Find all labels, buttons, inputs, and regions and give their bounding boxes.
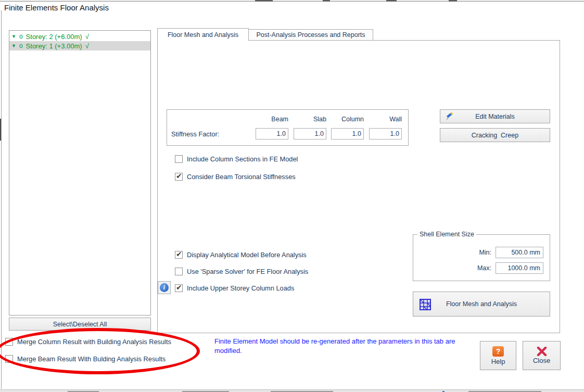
floor-mesh-and-analysis-label: Floor Mesh and Analysis	[446, 300, 517, 308]
beam-torsional-stiffness-row: Consider Beam Torsional Stiffnesses	[175, 173, 296, 181]
check-mark-icon: √	[85, 33, 89, 41]
dialog-left-border	[1, 10, 2, 389]
merge-column-result-row: Merge Column Result with Building Analys…	[5, 338, 171, 346]
display-analytical-model-checkbox[interactable]	[175, 251, 183, 259]
shell-min-label: Min:	[479, 249, 491, 256]
stiffness-slab-input[interactable]	[294, 128, 326, 140]
merge-beam-result-label: Merge Beam Result With Bulding Analysis …	[17, 355, 166, 363]
regenerate-note: Finite Element Model should be re-genera…	[214, 337, 483, 355]
storey-list: ▼ o Storey: 2 (+6.00m) √ ▼ o Storey: 1 (…	[9, 30, 151, 315]
stiffness-col-column: Column	[331, 116, 364, 123]
close-button[interactable]: Close	[523, 341, 561, 370]
expander-icon[interactable]: ▼	[11, 34, 16, 39]
help-button[interactable]: ? Help	[480, 341, 516, 370]
edit-materials-button[interactable]: Edit Materials	[440, 109, 550, 123]
stiffness-factor-label: Stiffness Factor:	[171, 130, 219, 138]
storey-item-1[interactable]: ▼ o Storey: 1 (+3.00m) √	[9, 41, 150, 50]
shell-element-size-group: Shell Element Size Min: Max:	[413, 234, 550, 281]
storey-item-2[interactable]: ▼ o Storey: 2 (+6.00m) √	[9, 32, 150, 41]
background-remnant	[255, 0, 273, 2]
check-mark-icon: √	[85, 42, 89, 50]
expander-icon[interactable]: ▼	[11, 44, 16, 48]
storey-bullet-icon: o	[19, 33, 23, 40]
background-remnant	[0, 119, 1, 141]
sparse-solver-checkbox[interactable]	[175, 268, 183, 275]
select-deselect-all-button[interactable]: Select\Deselect All	[9, 318, 151, 331]
include-column-sections-checkbox[interactable]	[175, 155, 183, 163]
merge-column-result-label: Merge Column Result with Building Analys…	[17, 338, 171, 346]
background-remnant	[386, 0, 397, 2]
floor-mesh-and-analysis-button[interactable]: Floor Mesh and Analysis	[413, 292, 550, 317]
upper-storey-loads-label: Include Upper Storey Column Loads	[187, 284, 294, 292]
tab-floor-mesh-and-analysis[interactable]: Floor Mesh and Analysis	[157, 28, 249, 41]
stiffness-wall-input[interactable]	[369, 128, 402, 140]
upper-storey-loads-checkbox[interactable]	[175, 284, 183, 292]
stiffness-col-beam: Beam	[256, 116, 288, 123]
stiffness-col-slab: Slab	[294, 116, 326, 123]
shell-max-row: Max:	[477, 262, 543, 274]
shell-min-row: Min:	[479, 247, 543, 258]
background-app-top-sliver	[0, 0, 584, 2]
pencil-icon	[446, 112, 455, 121]
upper-storey-loads-row: Include Upper Storey Column Loads	[175, 284, 294, 292]
stiffness-factor-group: Beam Slab Column Wall Stiffness Factor:	[167, 109, 409, 146]
shell-min-input[interactable]	[496, 247, 543, 258]
beam-torsional-stiffness-label: Consider Beam Torsional Stiffnesses	[187, 173, 296, 181]
include-column-sections-row: Include Column Sections in FE Model	[175, 155, 298, 163]
edit-materials-label: Edit Materials	[475, 113, 515, 120]
storey-bullet-icon: o	[19, 43, 23, 49]
dialog-title: Finite Elements Floor Analysis	[4, 3, 109, 12]
background-app-bottom-sliver	[0, 389, 584, 392]
display-analytical-model-row: Display Analytical Model Before Analysis	[175, 251, 307, 259]
stiffness-beam-input[interactable]	[256, 128, 288, 140]
storey-label[interactable]: Storey: 1 (+3.00m)	[26, 42, 82, 50]
stiffness-column-input[interactable]	[331, 128, 364, 140]
merge-column-result-checkbox[interactable]	[5, 338, 13, 346]
background-remnant	[323, 0, 330, 2]
help-question-icon: ?	[492, 346, 504, 357]
dialog-finite-elements-floor-analysis: Finite Elements Floor Analysis ▼ o Store…	[0, 0, 584, 392]
info-icon: i	[160, 283, 169, 292]
storey-label[interactable]: Storey: 2 (+6.00m)	[26, 33, 82, 41]
include-column-sections-label: Include Column Sections in FE Model	[187, 155, 298, 163]
merge-beam-result-checkbox[interactable]	[5, 355, 13, 363]
mesh-grid-icon	[420, 299, 431, 310]
sparse-solver-label: Use 'Sparse Solver' for FE Floor Analysi…	[187, 268, 308, 275]
tab-post-analysis-processes[interactable]: Post-Analysis Processes and Reports	[248, 29, 373, 40]
cracking-creep-button[interactable]: Cracking Creep	[440, 128, 550, 142]
info-button[interactable]: i	[158, 281, 171, 294]
red-annotation-ellipse	[0, 328, 200, 374]
shell-max-input[interactable]	[496, 262, 543, 274]
help-label: Help	[491, 358, 505, 365]
stiffness-col-wall: Wall	[369, 116, 402, 123]
shell-element-size-title: Shell Element Size	[417, 231, 476, 238]
display-analytical-model-label: Display Analytical Model Before Analysis	[187, 251, 307, 259]
background-remnant	[449, 0, 457, 2]
sparse-solver-row: Use 'Sparse Solver' for FE Floor Analysi…	[175, 268, 308, 275]
merge-beam-result-row: Merge Beam Result With Bulding Analysis …	[5, 355, 166, 363]
close-x-icon	[536, 347, 548, 356]
shell-max-label: Max:	[477, 264, 491, 272]
close-label: Close	[533, 357, 550, 364]
beam-torsional-stiffness-checkbox[interactable]	[175, 173, 183, 181]
